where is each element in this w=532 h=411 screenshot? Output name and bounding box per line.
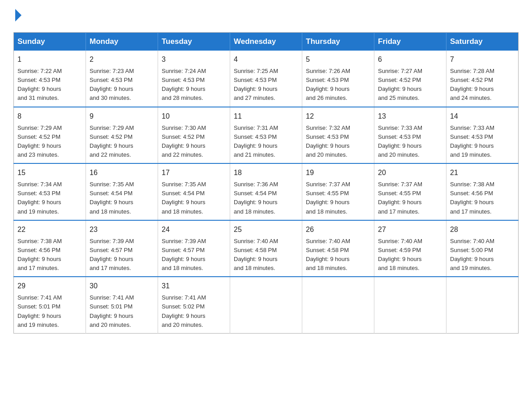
day-number: 2	[90, 54, 154, 65]
day-info: Sunrise: 7:22 AMSunset: 4:53 PMDaylight:…	[17, 67, 82, 103]
day-number: 6	[378, 54, 442, 65]
calendar-cell: 20Sunrise: 7:37 AMSunset: 4:55 PMDayligh…	[374, 163, 446, 220]
weekday-header-monday: Monday	[86, 33, 158, 51]
calendar-cell	[446, 277, 519, 333]
day-info: Sunrise: 7:39 AMSunset: 4:57 PMDaylight:…	[90, 237, 154, 273]
day-info: Sunrise: 7:33 AMSunset: 4:53 PMDaylight:…	[378, 124, 442, 160]
weekday-header-saturday: Saturday	[446, 33, 519, 51]
calendar-cell: 24Sunrise: 7:39 AMSunset: 4:57 PMDayligh…	[158, 220, 230, 277]
day-info: Sunrise: 7:25 AMSunset: 4:53 PMDaylight:…	[234, 67, 298, 103]
day-number: 30	[90, 281, 154, 291]
day-number: 14	[450, 111, 515, 122]
calendar-cell	[302, 277, 374, 333]
day-number: 7	[450, 54, 515, 65]
day-info: Sunrise: 7:35 AMSunset: 4:54 PMDaylight:…	[162, 180, 226, 216]
calendar-cell: 17Sunrise: 7:35 AMSunset: 4:54 PMDayligh…	[158, 163, 230, 220]
calendar-cell: 1Sunrise: 7:22 AMSunset: 4:53 PMDaylight…	[14, 51, 86, 107]
calendar-cell: 26Sunrise: 7:40 AMSunset: 4:58 PMDayligh…	[302, 220, 374, 277]
day-number: 26	[306, 224, 370, 235]
calendar-week-row: 15Sunrise: 7:34 AMSunset: 4:53 PMDayligh…	[14, 163, 519, 220]
day-number: 11	[234, 111, 298, 122]
calendar-week-row: 22Sunrise: 7:38 AMSunset: 4:56 PMDayligh…	[14, 220, 519, 277]
day-info: Sunrise: 7:35 AMSunset: 4:54 PMDaylight:…	[90, 180, 154, 216]
calendar-week-row: 1Sunrise: 7:22 AMSunset: 4:53 PMDaylight…	[14, 51, 519, 107]
day-number: 20	[378, 167, 442, 178]
calendar-header: SundayMondayTuesdayWednesdayThursdayFrid…	[14, 33, 519, 51]
calendar-cell: 23Sunrise: 7:39 AMSunset: 4:57 PMDayligh…	[86, 220, 158, 277]
day-info: Sunrise: 7:40 AMSunset: 4:58 PMDaylight:…	[234, 237, 298, 273]
calendar-cell: 6Sunrise: 7:27 AMSunset: 4:52 PMDaylight…	[374, 51, 446, 107]
calendar-cell: 29Sunrise: 7:41 AMSunset: 5:01 PMDayligh…	[14, 277, 86, 333]
day-number: 21	[450, 167, 515, 178]
day-info: Sunrise: 7:38 AMSunset: 4:56 PMDaylight:…	[450, 180, 515, 216]
day-info: Sunrise: 7:29 AMSunset: 4:52 PMDaylight:…	[90, 124, 154, 160]
day-number: 9	[90, 111, 154, 122]
day-info: Sunrise: 7:34 AMSunset: 4:53 PMDaylight:…	[17, 180, 82, 216]
calendar-cell: 5Sunrise: 7:26 AMSunset: 4:53 PMDaylight…	[302, 51, 374, 107]
calendar-cell: 21Sunrise: 7:38 AMSunset: 4:56 PMDayligh…	[446, 163, 519, 220]
calendar-cell: 25Sunrise: 7:40 AMSunset: 4:58 PMDayligh…	[230, 220, 302, 277]
day-info: Sunrise: 7:40 AMSunset: 5:00 PMDaylight:…	[450, 237, 515, 273]
day-number: 23	[90, 224, 154, 235]
day-number: 22	[17, 224, 82, 235]
calendar-cell: 11Sunrise: 7:31 AMSunset: 4:53 PMDayligh…	[230, 107, 302, 164]
day-info: Sunrise: 7:23 AMSunset: 4:53 PMDaylight:…	[90, 67, 154, 103]
day-info: Sunrise: 7:40 AMSunset: 4:59 PMDaylight:…	[378, 237, 442, 273]
day-number: 5	[306, 54, 370, 65]
calendar-cell: 22Sunrise: 7:38 AMSunset: 4:56 PMDayligh…	[14, 220, 86, 277]
day-info: Sunrise: 7:37 AMSunset: 4:55 PMDaylight:…	[306, 180, 370, 216]
day-info: Sunrise: 7:27 AMSunset: 4:52 PMDaylight:…	[378, 67, 442, 103]
weekday-header-tuesday: Tuesday	[158, 33, 230, 51]
day-info: Sunrise: 7:41 AMSunset: 5:01 PMDaylight:…	[17, 293, 82, 330]
calendar-cell: 15Sunrise: 7:34 AMSunset: 4:53 PMDayligh…	[14, 163, 86, 220]
day-info: Sunrise: 7:24 AMSunset: 4:53 PMDaylight:…	[162, 67, 226, 103]
weekday-header-sunday: Sunday	[14, 33, 86, 51]
weekday-header-thursday: Thursday	[302, 33, 374, 51]
day-info: Sunrise: 7:28 AMSunset: 4:52 PMDaylight:…	[450, 67, 515, 103]
day-info: Sunrise: 7:38 AMSunset: 4:56 PMDaylight:…	[17, 237, 82, 273]
page-header	[13, 9, 519, 23]
weekday-header-row: SundayMondayTuesdayWednesdayThursdayFrid…	[14, 33, 519, 51]
day-number: 17	[162, 167, 226, 178]
calendar-cell: 28Sunrise: 7:40 AMSunset: 5:00 PMDayligh…	[446, 220, 519, 277]
calendar-cell: 4Sunrise: 7:25 AMSunset: 4:53 PMDaylight…	[230, 51, 302, 107]
calendar-cell: 18Sunrise: 7:36 AMSunset: 4:54 PMDayligh…	[230, 163, 302, 220]
calendar-cell: 10Sunrise: 7:30 AMSunset: 4:52 PMDayligh…	[158, 107, 230, 164]
weekday-header-wednesday: Wednesday	[230, 33, 302, 51]
day-number: 13	[378, 111, 442, 122]
weekday-header-friday: Friday	[374, 33, 446, 51]
day-number: 4	[234, 54, 298, 65]
calendar-cell: 19Sunrise: 7:37 AMSunset: 4:55 PMDayligh…	[302, 163, 374, 220]
calendar-body: 1Sunrise: 7:22 AMSunset: 4:53 PMDaylight…	[14, 51, 519, 333]
day-number: 12	[306, 111, 370, 122]
calendar-cell: 3Sunrise: 7:24 AMSunset: 4:53 PMDaylight…	[158, 51, 230, 107]
day-info: Sunrise: 7:32 AMSunset: 4:53 PMDaylight:…	[306, 124, 370, 160]
day-number: 25	[234, 224, 298, 235]
calendar-cell	[374, 277, 446, 333]
calendar-cell: 2Sunrise: 7:23 AMSunset: 4:53 PMDaylight…	[86, 51, 158, 107]
calendar-week-row: 8Sunrise: 7:29 AMSunset: 4:52 PMDaylight…	[14, 107, 519, 164]
calendar-cell: 12Sunrise: 7:32 AMSunset: 4:53 PMDayligh…	[302, 107, 374, 164]
day-info: Sunrise: 7:39 AMSunset: 4:57 PMDaylight:…	[162, 237, 226, 273]
day-number: 1	[17, 54, 82, 65]
day-number: 15	[17, 167, 82, 178]
day-number: 3	[162, 54, 226, 65]
calendar-week-row: 29Sunrise: 7:41 AMSunset: 5:01 PMDayligh…	[14, 277, 519, 333]
day-info: Sunrise: 7:36 AMSunset: 4:54 PMDaylight:…	[234, 180, 298, 216]
day-number: 29	[17, 281, 82, 291]
day-number: 31	[162, 281, 226, 291]
day-number: 24	[162, 224, 226, 235]
day-info: Sunrise: 7:33 AMSunset: 4:53 PMDaylight:…	[450, 124, 515, 160]
day-info: Sunrise: 7:40 AMSunset: 4:58 PMDaylight:…	[306, 237, 370, 273]
day-info: Sunrise: 7:31 AMSunset: 4:53 PMDaylight:…	[234, 124, 298, 160]
day-number: 28	[450, 224, 515, 235]
calendar-cell: 16Sunrise: 7:35 AMSunset: 4:54 PMDayligh…	[86, 163, 158, 220]
logo	[13, 9, 21, 23]
day-info: Sunrise: 7:30 AMSunset: 4:52 PMDaylight:…	[162, 124, 226, 160]
calendar-cell: 7Sunrise: 7:28 AMSunset: 4:52 PMDaylight…	[446, 51, 519, 107]
calendar-cell: 27Sunrise: 7:40 AMSunset: 4:59 PMDayligh…	[374, 220, 446, 277]
calendar-cell	[230, 277, 302, 333]
calendar-cell: 9Sunrise: 7:29 AMSunset: 4:52 PMDaylight…	[86, 107, 158, 164]
day-number: 16	[90, 167, 154, 178]
day-info: Sunrise: 7:37 AMSunset: 4:55 PMDaylight:…	[378, 180, 442, 216]
